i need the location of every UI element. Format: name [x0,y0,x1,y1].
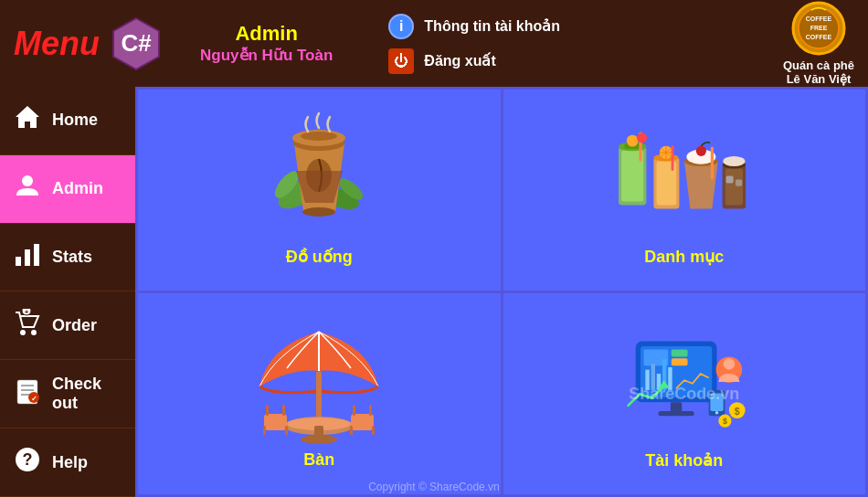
svg-rect-70 [372,426,375,435]
admin-name: Nguyễn Hữu Toàn [200,46,333,65]
svg-text:+: + [25,309,29,316]
svg-rect-51 [725,169,743,206]
coffee-logo: COFFEE FREE COFFEE [791,1,846,56]
svg-rect-10 [16,257,21,266]
cafe-name: Quán cà phê Lê Văn Việt [783,58,854,86]
app-header: Menu C# Admin Nguyễn Hữu Toàn i Thông ti… [0,0,868,87]
danh-muc-label: Danh mục [644,247,724,267]
svg-rect-76 [645,369,649,389]
svg-rect-69 [350,426,353,435]
svg-rect-68 [369,405,372,416]
sidebar-item-order[interactable]: + Order [0,291,135,360]
svg-rect-54 [725,176,733,184]
svg-point-40 [637,132,647,143]
sidebar-item-admin[interactable]: Admin [0,155,135,224]
coffee-logo-icon: COFFEE FREE COFFEE [791,1,846,56]
svg-rect-49 [711,147,714,180]
svg-point-9 [22,175,33,186]
menu-label: Menu [14,25,100,63]
svg-point-31 [301,132,337,141]
logout-icon: ⏻ [387,48,415,75]
svg-text:✓: ✓ [31,395,37,403]
logout-button[interactable]: ⏻ Đăng xuất [387,48,560,75]
card-do-uong[interactable]: Đồ uống [138,90,501,291]
cafe-name-line1: Quán cà phê [783,58,854,72]
svg-point-33 [302,207,335,217]
sidebar-item-home[interactable]: Home [0,87,135,155]
help-icon: ? [14,446,41,480]
sidebar-checkout-label: Check out [52,375,122,413]
svg-rect-74 [672,349,688,356]
svg-point-53 [723,156,745,166]
ban-label: Bàn [303,450,334,470]
card-danh-muc[interactable]: Danh mục [503,90,866,291]
svg-text:$: $ [735,405,740,416]
svg-rect-81 [671,402,682,412]
svg-point-48 [696,146,706,156]
sidebar-item-checkout[interactable]: ✓ Check out [0,360,135,428]
sidebar-item-stats[interactable]: Stats [0,224,135,292]
svg-text:$: $ [723,417,727,426]
svg-marker-8 [16,106,39,128]
svg-point-60 [301,435,337,444]
svg-rect-55 [736,180,742,186]
svg-rect-63 [282,405,285,416]
svg-rect-66 [351,414,374,430]
coffee-cup-svg [249,111,390,244]
account-info-button[interactable]: i Thông tin tài khoản [387,13,560,40]
svg-rect-75 [672,358,688,365]
svg-rect-86 [710,393,723,411]
svg-rect-12 [34,244,39,266]
ban-image [246,318,392,446]
sidebar: Home Admin Stats [0,87,135,497]
content-grid: Đồ uống [135,87,868,497]
svg-rect-62 [266,405,269,416]
card-tai-khoan[interactable]: ShareCode.vn [503,293,866,494]
header-logo: COFFEE FREE COFFEE Quán cà phê Lê Văn Vi… [783,1,854,86]
order-icon: + [14,309,41,343]
svg-rect-67 [353,405,355,416]
svg-text:COFFEE: COFFEE [806,34,832,40]
card-ban[interactable]: Bàn [138,293,501,494]
sidebar-item-help[interactable]: ? Help [0,428,135,497]
stats-icon [14,240,41,274]
sidebar-admin-label: Admin [52,179,103,198]
sidebar-help-label: Help [52,453,88,472]
admin-title: Admin [235,22,297,46]
svg-rect-65 [285,426,288,435]
svg-point-87 [715,411,719,415]
sidebar-home-label: Home [52,111,98,130]
svg-rect-80 [668,367,672,390]
svg-point-84 [723,358,734,369]
account-svg: $ $ [611,318,757,446]
svg-text:?: ? [23,450,33,469]
svg-point-13 [20,330,26,335]
do-uong-label: Đồ uống [286,247,353,267]
admin-info: Admin Nguyễn Hữu Toàn [200,22,333,65]
header-actions: i Thông tin tài khoản ⏻ Đăng xuất [387,13,560,75]
svg-text:COFFEE: COFFEE [806,16,832,22]
admin-icon [14,172,41,206]
home-icon [14,103,41,137]
tai-khoan-image: $ $ [611,318,757,446]
tai-khoan-label: Tài khoản [645,450,723,471]
svg-point-39 [627,135,639,147]
svg-text:C#: C# [121,29,152,57]
svg-rect-45 [671,145,673,171]
sidebar-stats-label: Stats [52,248,92,267]
logout-label: Đăng xuất [424,52,495,69]
svg-rect-77 [651,364,654,389]
main-layout: Home Admin Stats [0,87,868,497]
sidebar-order-label: Order [52,316,97,335]
csharp-logo-icon: C# [109,16,164,71]
info-icon: i [387,13,415,40]
cafe-name-line2: Lê Văn Việt [783,72,854,86]
svg-rect-82 [658,411,693,416]
danh-muc-image [611,114,757,242]
svg-rect-11 [25,249,30,266]
do-uong-image [246,114,392,242]
drinks-svg [611,111,757,244]
svg-text:FREE: FREE [810,25,828,31]
svg-point-14 [31,330,37,335]
account-info-label: Thông tin tài khoản [424,17,560,35]
